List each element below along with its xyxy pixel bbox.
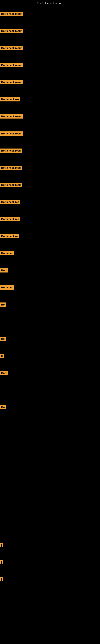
bottleneck-badge-13: Bottleneck res — [0, 217, 20, 221]
bottleneck-badge-21: Bottl — [0, 371, 8, 375]
bottleneck-badge-5: Bottleneck result — [0, 80, 23, 84]
bottleneck-badge-4: Bottleneck result — [0, 63, 23, 67]
bottleneck-badge-17: Bottlenec — [0, 285, 14, 290]
bottleneck-badge-22: Bo — [0, 405, 6, 409]
bottleneck-badge-3: Bottleneck result — [0, 46, 23, 50]
bottleneck-badge-15: Bottlenec — [0, 251, 14, 256]
bottleneck-badge-25: | — [0, 577, 3, 582]
bottleneck-badge-18: Bo — [0, 302, 6, 307]
bottleneck-badge-9: Bottleneck resu — [0, 148, 22, 153]
bottleneck-badge-24: | — [0, 560, 3, 564]
bottleneck-badge-6: Bottleneck res — [0, 97, 20, 102]
bottleneck-badge-23: | — [0, 543, 3, 547]
bottleneck-badge-11: Bottleneck resu — [0, 183, 22, 187]
bottleneck-badge-19: Bo — [0, 337, 6, 341]
bottleneck-badge-7: Bottleneck result — [0, 114, 23, 118]
bottleneck-badge-20: B — [0, 354, 4, 358]
bottleneck-badge-12: Bottleneck res — [0, 200, 20, 204]
bottleneck-badge-1: Bottleneck result — [0, 12, 23, 16]
bottleneck-badge-14: Bottleneck re — [0, 234, 19, 238]
bottleneck-badge-8: Bottleneck result — [0, 132, 23, 136]
site-title: TheBottlenecker.com — [0, 0, 100, 6]
bottleneck-badge-2: Bottleneck result — [0, 29, 23, 33]
bottleneck-badge-10: Bottleneck resu — [0, 166, 22, 170]
bottleneck-badge-16: Bottl — [0, 268, 8, 272]
